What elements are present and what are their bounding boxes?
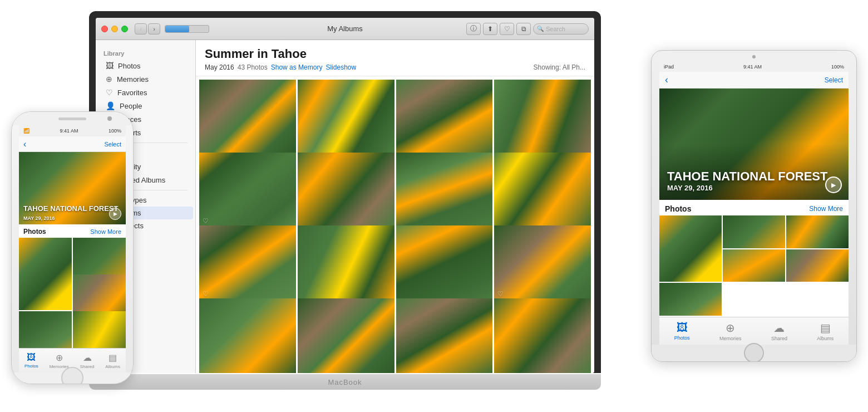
mac-photo-partial-4[interactable] (494, 298, 591, 373)
iphone-photo-grid (19, 238, 126, 348)
ipad-photo-6[interactable] (659, 283, 722, 316)
macbook-screen: ‹ › My Albums ⓘ ⬆ ♡ ⧉ 🔍 Search (96, 18, 594, 373)
mac-photo-10[interactable] (298, 225, 394, 300)
mac-album-count: 43 Photos (238, 63, 268, 71)
ipad-memory-title: TAHOE NATIONAL FOREST (667, 170, 827, 183)
mac-back-arrow[interactable]: ‹ (135, 23, 147, 35)
mac-close-btn[interactable] (101, 26, 108, 32)
mac-info-btn[interactable]: ⓘ (466, 23, 481, 35)
mac-photo-6[interactable] (298, 153, 394, 227)
mac-heart-btn[interactable]: ♡ (500, 23, 514, 35)
iphone-tab-memories[interactable]: ⊕ Memories (50, 352, 69, 369)
mac-photo-3[interactable] (396, 80, 493, 154)
ipad-photo-1[interactable] (659, 215, 722, 282)
ipad-shared-tab-label: Shared (771, 336, 787, 341)
mac-copy-btn[interactable]: ⧉ (516, 23, 531, 35)
ipad-nav: ‹ Select (659, 72, 849, 89)
iphone-shared-tab-label: Shared (80, 364, 95, 369)
mac-show-as-memory-link[interactable]: Show as Memory (271, 63, 323, 71)
iphone-shared-tab-icon: ☁ (83, 352, 92, 363)
iphone-memory-date: MAY 29, 2016 (23, 215, 55, 221)
iphone-back-btn[interactable]: ‹ (23, 139, 26, 149)
mac-photo-partial-2[interactable] (298, 298, 394, 373)
iphone-tab-shared[interactable]: ☁ Shared (80, 352, 95, 369)
ipad-battery: 100% (831, 64, 844, 70)
mac-photo-2[interactable] (298, 80, 394, 154)
mac-minimize-btn[interactable] (111, 26, 118, 32)
ipad-photo-5[interactable] (786, 249, 849, 282)
ipad-tab-photos[interactable]: 🖼 Photos (674, 321, 690, 341)
ipad-tab-albums[interactable]: ▤ Albums (817, 321, 834, 341)
sidebar-item-photos[interactable]: 🖼 Photos (98, 59, 193, 72)
iphone-memory-title: TAHOE NATIONAL FOREST (23, 204, 118, 213)
iphone-select-btn[interactable]: Select (104, 141, 121, 148)
mac-photo-4[interactable] (494, 80, 591, 154)
ipad-tab-memories[interactable]: ⊕ Memories (719, 321, 742, 341)
ipad-home-btn[interactable] (744, 343, 764, 362)
sidebar-favorites-label: Favorites (117, 89, 147, 97)
mac-main: Summer in Tahoe May 2016 43 Photos Show … (196, 40, 594, 373)
mac-photo-9[interactable]: ♡ (199, 225, 296, 300)
iphone-albums-tab-label: Albums (105, 364, 120, 369)
iphone-speaker (58, 117, 86, 120)
sidebar-item-memories[interactable]: ⊕ Memories (98, 72, 193, 86)
iphone-show-more-link[interactable]: Show More (90, 228, 121, 235)
iphone-tab-albums[interactable]: ▤ Albums (105, 352, 120, 369)
mac-maximize-btn[interactable] (121, 26, 128, 32)
iphone-memory-card[interactable]: TAHOE NATIONAL FOREST MAY 29, 2016 ▶ (19, 152, 126, 224)
mac-search-icon: 🔍 (537, 26, 544, 32)
mac-photo-partial-1[interactable] (199, 298, 296, 373)
mac-photo-heart-9: ♡ (203, 290, 209, 298)
ipad-memory-date: MAY 29, 2016 (667, 184, 713, 192)
ipad-photo-4[interactable] (723, 249, 785, 282)
ipad-photo-2[interactable] (723, 215, 785, 248)
ipad-photo-3[interactable] (786, 215, 849, 248)
mac-titlebar: ‹ › My Albums ⓘ ⬆ ♡ ⧉ 🔍 Search (96, 18, 594, 40)
ipad-section-header: Photos Show More (659, 200, 849, 215)
iphone-battery: 100% (108, 128, 121, 134)
mac-photo-8[interactable] (494, 153, 591, 227)
mac-share-btn[interactable]: ⬆ (483, 23, 497, 35)
mac-photo-11[interactable] (396, 225, 493, 300)
mac-photo-5[interactable]: ♡ (199, 153, 296, 227)
ipad-back-btn[interactable]: ‹ (665, 74, 668, 86)
ipad-memory-card[interactable]: TAHOE NATIONAL FOREST MAY 29, 2016 ▶ (659, 89, 849, 200)
ipad-device: iPad 9:41 AM 100% ‹ Select TAHOE NATIONA… (651, 50, 857, 362)
mac-photo-7[interactable] (396, 153, 493, 227)
sidebar-photos-label: Photos (118, 62, 140, 70)
iphone-photos-tab-label: Photos (24, 364, 38, 369)
mac-slideshow-link[interactable]: Slideshow (326, 63, 356, 71)
sidebar-item-favorites[interactable]: ♡ Favorites (98, 86, 193, 99)
ipad-camera (752, 55, 756, 58)
sidebar-item-people[interactable]: 👤 People (98, 99, 193, 112)
mac-forward-arrow[interactable]: › (148, 23, 160, 35)
ipad-time: 9:41 AM (743, 64, 762, 70)
ipad-show-more-link[interactable]: Show More (809, 205, 843, 213)
mac-photo-heart-5: ♡ (203, 217, 209, 225)
iphone-photos-label: Photos (23, 228, 46, 236)
ipad-tab-shared[interactable]: ☁ Shared (771, 321, 787, 341)
ipad-photos-label: Photos (665, 204, 691, 213)
ipad-play-btn[interactable]: ▶ (825, 176, 842, 193)
iphone-play-btn[interactable]: ▶ (109, 208, 121, 220)
memories-icon: ⊕ (106, 75, 112, 84)
iphone-statusbar: 📶 9:41 AM 100% (19, 125, 126, 136)
iphone-tab-photos[interactable]: 🖼 Photos (24, 352, 38, 369)
macbook-body: MacBook (89, 374, 601, 390)
ipad-memories-tab-label: Memories (719, 336, 742, 341)
mac-photo-1[interactable] (199, 80, 296, 154)
photos-icon: 🖼 (106, 61, 114, 70)
mac-search-placeholder: Search (546, 26, 565, 32)
mac-content: Library 🖼 Photos ⊕ Memories ♡ Favorites (96, 40, 594, 373)
mac-photo-partial-3[interactable] (396, 298, 493, 373)
iphone-photo-4[interactable] (19, 311, 72, 348)
iphone-photo-1[interactable] (19, 238, 72, 310)
ipad-albums-tab-icon: ▤ (820, 321, 831, 335)
ipad-statusbar: iPad 9:41 AM 100% (659, 62, 849, 72)
ipad-select-btn[interactable]: Select (825, 76, 843, 84)
iphone-photo-5[interactable] (73, 311, 126, 348)
macbook-screen-outer: ‹ › My Albums ⓘ ⬆ ♡ ⧉ 🔍 Search (89, 11, 601, 373)
sidebar-memories-label: Memories (117, 75, 149, 84)
mac-photo-12[interactable]: ♡ (494, 225, 591, 300)
mac-search-bar[interactable]: 🔍 Search (533, 23, 589, 35)
